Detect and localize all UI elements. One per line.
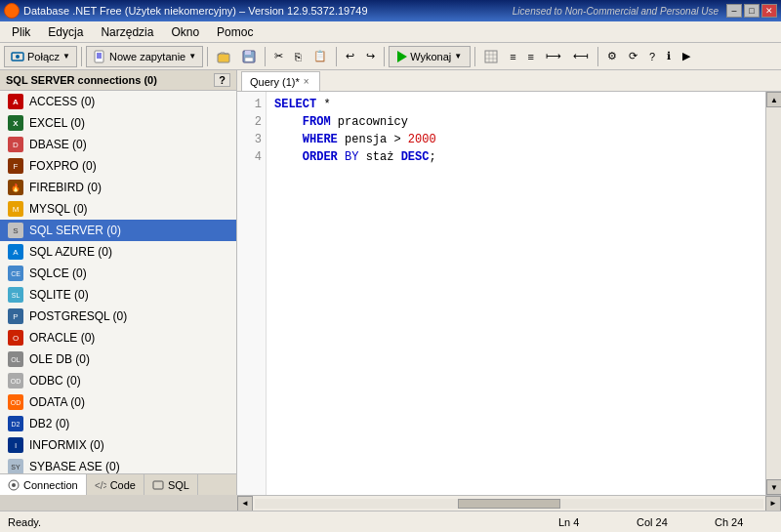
postgresql-label: POSTGRESQL (0) [29,309,127,323]
sidebar-item-sybase[interactable]: SY SYBASE ASE (0) [0,456,236,473]
odata-label: ODATA (0) [29,395,85,409]
settings-button[interactable]: ⚙ [602,46,622,67]
format-button-3[interactable]: ≡ [523,46,539,67]
sqlazure-icon: A [8,244,23,260]
db2-label: DB2 (0) [29,417,69,430]
menu-okno[interactable]: Okno [163,23,207,41]
new-query-icon [93,50,106,63]
dbase-icon: D [8,137,23,152]
tab-connection[interactable]: Connection [0,474,87,495]
line-num-3: 3 [237,131,262,148]
sidebar-item-oledb[interactable]: OL OLE DB (0) [0,348,236,370]
sidebar-header-label: SQL SERVER connections (0) [6,74,157,86]
informix-label: INFORMIX (0) [29,438,104,452]
format-button-1[interactable] [479,46,503,67]
connect-dropdown-icon[interactable]: ▼ [62,52,70,61]
status-bar: Ready. Ln 4 Col 24 Ch 24 [0,511,781,532]
minimize-button[interactable]: – [726,4,742,18]
save-button[interactable] [237,46,261,67]
connect-label: Połącz [27,51,60,62]
line-num-2: 2 [237,113,262,131]
sidebar-item-oracle[interactable]: O ORACLE (0) [0,327,236,348]
svg-rect-8 [245,51,251,55]
paste-button[interactable]: 📋 [308,46,332,67]
help-button[interactable]: ? [644,46,660,67]
sybase-label: SYBASE ASE (0) [29,460,120,473]
scroll-down-button[interactable]: ▼ [766,479,781,495]
sidebar-item-foxpro[interactable]: F FOXPRO (0) [0,155,236,177]
svg-rect-2 [95,51,103,62]
menu-narzedzia[interactable]: Narzędzia [93,23,161,41]
copy-button[interactable]: ⎘ [290,46,307,67]
open-button[interactable] [212,46,235,67]
format-button-5[interactable]: ⟻ [568,46,594,67]
sidebar-item-sqlserver[interactable]: S SQL SERVER (0) [0,220,236,241]
format-button-4[interactable]: ⟼ [541,46,566,67]
info-button[interactable]: ℹ [662,46,676,67]
execute-dropdown-icon[interactable]: ▼ [454,52,462,61]
separator-5 [384,47,385,66]
oledb-label: OLE DB (0) [29,352,90,366]
license-text: Licensed to Non-Commercial and Personal … [513,6,719,17]
query-tabs: Query (1)* × [237,70,781,92]
code-area[interactable]: SELECT * FROM pracownicy WHERE pensja > … [267,92,765,495]
db2-icon: D2 [8,416,23,431]
sidebar-item-dbase[interactable]: D DBASE (0) [0,134,236,155]
scroll-right-button[interactable]: ► [765,496,781,512]
refresh-button[interactable]: ⟳ [624,46,642,67]
code-line-1: SELECT * [274,96,758,113]
query-tab-1[interactable]: Query (1)* × [241,71,320,91]
scroll-left-button[interactable]: ◄ [237,496,253,512]
sidebar-item-informix[interactable]: I INFORMIX (0) [0,434,236,456]
redo-button[interactable]: ↪ [361,46,380,67]
cut-button[interactable]: ✂ [269,46,288,67]
sidebar-item-postgresql[interactable]: P POSTGRESQL (0) [0,306,236,327]
bottom-scrollbar[interactable]: ◄ ► [237,495,781,511]
postgresql-icon: P [8,308,23,324]
sidebar-item-odbc[interactable]: OD ODBC (0) [0,370,236,391]
sidebar-list[interactable]: A ACCESS (0) X EXCEL (0) D DBASE (0) [0,91,236,473]
menu-pomoc[interactable]: Pomoc [209,23,261,41]
title-bar-left: Database .NET Free (Użytek niekomercyjny… [4,3,368,19]
sidebar-item-access[interactable]: A ACCESS (0) [0,91,236,112]
execute-label: Wykonaj [410,51,451,62]
close-button[interactable]: ✕ [761,4,777,18]
sidebar-help-icon[interactable]: ? [214,73,230,87]
menu-edycja[interactable]: Edycja [40,23,91,41]
maximize-button[interactable]: □ [744,4,760,18]
nav-button[interactable]: ▶ [678,46,695,67]
sidebar-item-db2[interactable]: D2 DB2 (0) [0,413,236,434]
oledb-icon: OL [8,351,23,367]
separator-6 [474,47,475,66]
sidebar-item-mysql[interactable]: M MYSQL (0) [0,198,236,220]
tab-code[interactable]: </> Code [87,474,144,495]
sidebar-item-sqlce[interactable]: CE SQLCE (0) [0,263,236,284]
foxpro-icon: F [8,158,23,174]
sidebar-item-sqlite[interactable]: SL SQLITE (0) [0,284,236,306]
scroll-up-button[interactable]: ▲ [766,92,781,107]
connect-button[interactable]: Połącz ▼ [4,46,77,67]
menu-plik[interactable]: Plik [4,23,38,41]
line-numbers: 1 2 3 4 [237,92,267,495]
scroll-track-horizontal[interactable] [255,499,763,509]
sqlite-icon: SL [8,287,23,303]
scroll-thumb[interactable] [458,499,559,509]
query-tab-1-close[interactable]: × [304,76,309,87]
tab-sql[interactable]: SQL [144,474,198,495]
sidebar-item-sqlazure[interactable]: A SQL AZURE (0) [0,241,236,263]
sidebar-item-odata[interactable]: OD ODATA (0) [0,391,236,413]
undo-button[interactable]: ↩ [341,46,359,67]
sidebar-item-firebird[interactable]: 🔥 FIREBIRD (0) [0,177,236,198]
format-button-2[interactable]: ≡ [505,46,520,67]
query-editor[interactable]: 1 2 3 4 SELECT * FROM pracownicy WHERE p… [237,92,765,495]
right-scrollbar[interactable]: ▲ ▼ [765,92,781,495]
new-query-dropdown-icon[interactable]: ▼ [188,52,196,61]
execute-button[interactable]: Wykonaj ▼ [389,46,471,67]
informix-icon: I [8,437,23,453]
sidebar-item-excel[interactable]: X EXCEL (0) [0,112,236,134]
sqlserver-label: SQL SERVER (0) [29,224,121,237]
separator-2 [207,47,208,66]
scroll-track-vertical[interactable] [766,107,781,479]
access-icon: A [8,94,23,109]
new-query-button[interactable]: Nowe zapytanie ▼ [86,46,203,67]
